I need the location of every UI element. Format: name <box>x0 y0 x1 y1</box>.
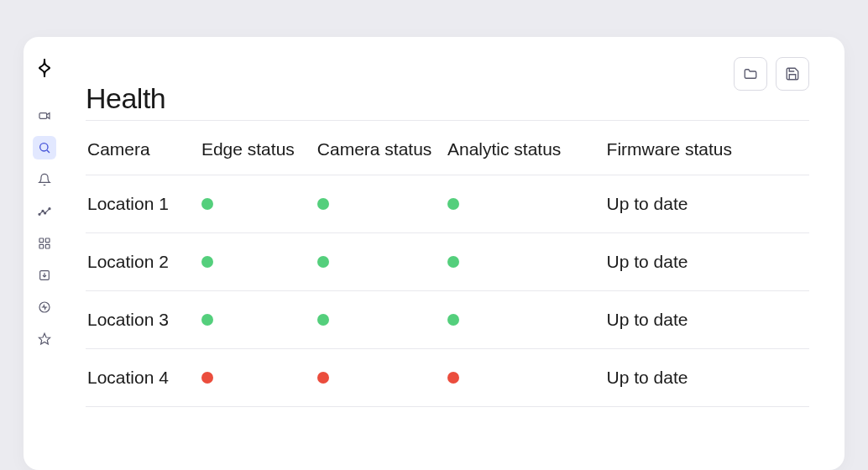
svg-line-2 <box>47 150 50 153</box>
search-icon <box>38 141 51 154</box>
svg-marker-13 <box>39 333 50 344</box>
svg-point-3 <box>39 213 40 215</box>
col-header-edge: Edge status <box>201 121 317 175</box>
cell-firmware: Up to date <box>607 291 809 349</box>
svg-point-6 <box>49 208 50 210</box>
svg-rect-9 <box>39 244 44 248</box>
table-body: Location 1Up to dateLocation 2Up to date… <box>86 175 809 407</box>
col-header-analytic: Analytic status <box>447 121 607 175</box>
status-dot-icon <box>447 198 459 210</box>
svg-rect-10 <box>45 244 50 248</box>
save-icon <box>785 66 800 81</box>
header-actions <box>734 57 809 91</box>
health-table: Camera Edge status Camera status Analyti… <box>86 120 809 407</box>
star-icon <box>38 332 51 346</box>
svg-rect-8 <box>45 238 50 243</box>
svg-rect-0 <box>39 113 47 119</box>
svg-point-4 <box>42 210 44 212</box>
cell-edge <box>201 349 317 407</box>
nav-notifications[interactable] <box>33 168 56 191</box>
chart-icon <box>38 205 51 218</box>
cell-camera_status <box>317 291 447 349</box>
main-content: Health Camera <box>65 37 844 470</box>
status-dot-icon <box>447 372 459 384</box>
table-row: Location 1Up to date <box>86 175 809 233</box>
svg-point-1 <box>40 144 48 151</box>
table-row: Location 3Up to date <box>86 291 809 349</box>
cell-analytic <box>447 291 607 349</box>
status-dot-icon <box>447 314 459 326</box>
page-header: Health <box>86 57 809 115</box>
save-button[interactable] <box>776 57 809 91</box>
nav-health[interactable] <box>33 295 56 319</box>
download-icon <box>38 269 51 282</box>
logo-icon <box>34 57 55 79</box>
cell-camera_status <box>317 175 447 233</box>
nav-favorites[interactable] <box>33 327 56 351</box>
cell-camera: Location 1 <box>86 175 201 233</box>
cell-firmware: Up to date <box>607 233 809 291</box>
cell-analytic <box>447 349 607 407</box>
svg-rect-7 <box>39 238 44 243</box>
status-dot-icon <box>201 372 213 384</box>
status-dot-icon <box>317 372 329 384</box>
camera-icon <box>38 109 51 123</box>
status-dot-icon <box>317 314 329 326</box>
app-logo <box>32 55 57 81</box>
cell-firmware: Up to date <box>607 349 809 407</box>
folder-icon <box>743 66 758 81</box>
grid-icon <box>38 237 51 250</box>
status-dot-icon <box>317 256 329 268</box>
nav-search[interactable] <box>33 136 56 159</box>
cell-edge <box>201 291 317 349</box>
nav-analytics[interactable] <box>33 200 56 223</box>
cell-edge <box>201 233 317 291</box>
status-dot-icon <box>201 198 213 210</box>
cell-camera: Location 4 <box>86 349 201 407</box>
cell-analytic <box>447 175 607 233</box>
status-dot-icon <box>447 256 459 268</box>
table-row: Location 4Up to date <box>86 349 809 407</box>
nav-grid[interactable] <box>33 232 56 255</box>
cell-camera_status <box>317 349 447 407</box>
nav-download[interactable] <box>33 264 56 287</box>
table-header-row: Camera Edge status Camera status Analyti… <box>86 121 809 175</box>
col-header-camera: Camera <box>86 121 201 175</box>
cell-camera: Location 2 <box>86 233 201 291</box>
cell-analytic <box>447 233 607 291</box>
app-window: Health Camera <box>24 37 844 470</box>
folder-button[interactable] <box>734 57 767 91</box>
col-header-firmware: Firmware status <box>607 121 809 175</box>
table-row: Location 2Up to date <box>86 233 809 291</box>
status-dot-icon <box>317 198 329 210</box>
bell-icon <box>38 173 51 186</box>
page-title: Health <box>86 82 165 115</box>
status-dot-icon <box>201 256 213 268</box>
status-dot-icon <box>201 314 213 326</box>
col-header-camera-status: Camera status <box>317 121 447 175</box>
activity-icon <box>38 300 51 314</box>
sidebar <box>24 37 65 470</box>
nav-cameras[interactable] <box>33 104 56 128</box>
cell-camera: Location 3 <box>86 291 201 349</box>
cell-camera_status <box>317 233 447 291</box>
svg-point-5 <box>44 212 46 214</box>
cell-edge <box>201 175 317 233</box>
cell-firmware: Up to date <box>607 175 809 233</box>
